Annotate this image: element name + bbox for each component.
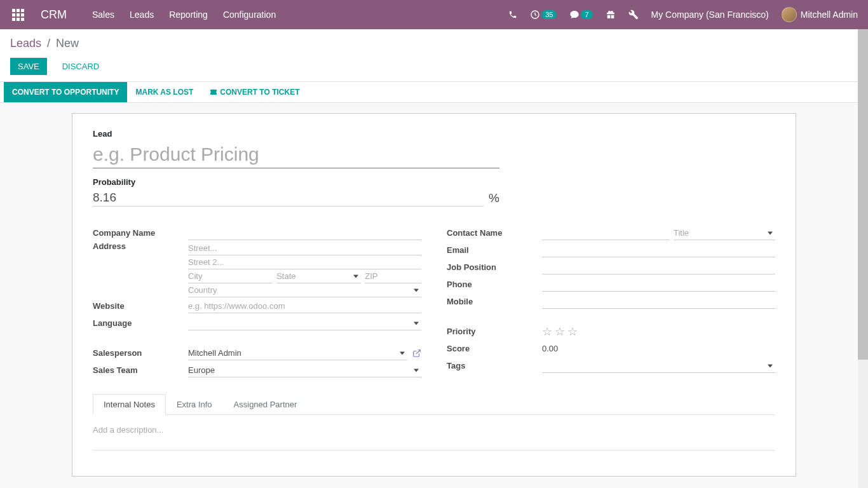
email-input[interactable]	[542, 243, 775, 257]
tags-input[interactable]	[542, 359, 775, 373]
star-icon[interactable]: ☆	[555, 325, 565, 339]
job-position-label: Job Position	[447, 262, 542, 272]
nav-right: 35 7 My Company (San Francisco) Mitchell…	[508, 7, 858, 22]
gift-icon[interactable]	[606, 10, 616, 20]
language-label: Language	[93, 318, 188, 328]
probability-label: Probability	[93, 177, 775, 187]
lead-label: Lead	[93, 129, 775, 139]
language-input[interactable]	[188, 316, 421, 330]
user-menu[interactable]: Mitchell Admin	[782, 7, 858, 22]
score-label: Score	[447, 344, 542, 353]
messages-badge: 7	[581, 10, 592, 19]
email-label: Email	[447, 245, 542, 255]
tools-icon[interactable]	[628, 10, 639, 20]
tabs: Internal Notes Extra Info Assigned Partn…	[93, 394, 775, 415]
city-input[interactable]	[188, 269, 273, 283]
company-name-input[interactable]	[188, 226, 421, 240]
convert-ticket-label: Convert to Ticket	[220, 88, 299, 97]
main-menu: Sales Leads Reporting Configuration	[92, 10, 508, 20]
breadcrumb-bar: Leads / New	[0, 29, 868, 54]
svg-line-1	[416, 349, 420, 353]
street-input[interactable]	[188, 241, 421, 255]
salesperson-input[interactable]	[188, 346, 407, 360]
score-value: 0.00	[542, 344, 558, 353]
scrollbar-thumb[interactable]	[858, 29, 868, 360]
user-name: Mitchell Admin	[801, 10, 858, 20]
sales-team-label: Sales Team	[93, 365, 188, 375]
menu-reporting[interactable]: Reporting	[169, 10, 208, 20]
menu-sales[interactable]: Sales	[92, 10, 114, 20]
breadcrumb-sep: /	[47, 37, 50, 50]
status-bar: Convert to Opportunity Mark as Lost Conv…	[0, 81, 868, 103]
menu-leads[interactable]: Leads	[130, 10, 154, 20]
phone-label: Phone	[447, 280, 542, 289]
contact-name-label: Contact Name	[447, 228, 542, 238]
right-column: Contact Name Email Job Position	[447, 224, 775, 379]
top-nav: CRM Sales Leads Reporting Configuration …	[0, 0, 868, 29]
discard-button[interactable]: Discard	[55, 58, 107, 75]
ticket-icon	[210, 88, 217, 96]
action-buttons: Save Discard	[0, 54, 868, 81]
percent-sign: %	[489, 191, 499, 205]
scrollbar[interactable]	[858, 29, 868, 488]
mobile-input[interactable]	[542, 295, 775, 309]
priority-stars: ☆ ☆ ☆	[542, 325, 578, 339]
mobile-label: Mobile	[447, 297, 542, 306]
lead-title-input[interactable]	[93, 141, 499, 168]
contact-name-input[interactable]	[542, 226, 670, 240]
save-button[interactable]: Save	[10, 58, 47, 75]
convert-ticket-button[interactable]: Convert to Ticket	[201, 82, 308, 102]
website-label: Website	[93, 301, 188, 311]
convert-opportunity-button[interactable]: Convert to Opportunity	[4, 82, 127, 102]
state-input[interactable]	[276, 269, 361, 283]
avatar	[782, 7, 797, 22]
messages-icon[interactable]: 7	[569, 10, 592, 20]
website-input[interactable]	[188, 299, 421, 313]
description-input[interactable]	[93, 425, 775, 435]
tab-extra-info[interactable]: Extra Info	[166, 394, 223, 415]
contact-title-input[interactable]	[674, 226, 775, 240]
left-column: Company Name Address	[93, 224, 421, 379]
sales-team-input[interactable]	[188, 363, 421, 377]
address-label: Address	[93, 241, 188, 251]
street2-input[interactable]	[188, 255, 421, 269]
company-name-label: Company Name	[93, 228, 188, 238]
activities-icon[interactable]: 35	[530, 10, 557, 20]
activities-badge: 35	[541, 10, 557, 19]
mark-lost-button[interactable]: Mark as Lost	[127, 82, 201, 102]
form-sheet: Lead Probability % Company Name Address	[72, 113, 796, 477]
brand[interactable]: CRM	[41, 8, 67, 22]
tab-content	[93, 415, 775, 461]
probability-input[interactable]	[93, 189, 484, 207]
company-name: My Company (San Francisco)	[651, 10, 769, 20]
salesperson-label: Salesperson	[93, 348, 188, 358]
zip-input[interactable]	[365, 269, 421, 283]
apps-icon[interactable]	[10, 7, 25, 22]
tags-label: Tags	[447, 361, 542, 370]
job-position-input[interactable]	[542, 261, 775, 274]
breadcrumb: Leads / New	[10, 37, 858, 50]
star-icon[interactable]: ☆	[542, 325, 552, 339]
priority-label: Priority	[447, 327, 542, 336]
breadcrumb-current: New	[56, 37, 79, 50]
breadcrumb-parent[interactable]: Leads	[10, 37, 41, 50]
star-icon[interactable]: ☆	[567, 325, 578, 339]
phone-input[interactable]	[542, 278, 775, 292]
company-selector[interactable]: My Company (San Francisco)	[651, 10, 769, 20]
country-input[interactable]	[188, 283, 421, 297]
phone-icon[interactable]	[508, 10, 517, 19]
tab-assigned-partner[interactable]: Assigned Partner	[223, 394, 308, 415]
tab-internal-notes[interactable]: Internal Notes	[93, 394, 166, 415]
menu-configuration[interactable]: Configuration	[223, 10, 276, 20]
external-link-icon[interactable]	[412, 349, 421, 358]
